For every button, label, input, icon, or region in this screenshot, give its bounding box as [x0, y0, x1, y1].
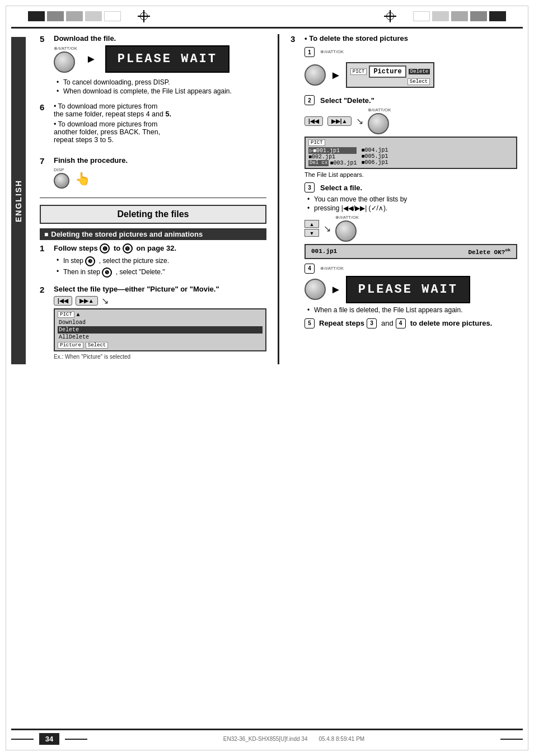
step6-b1-prefix: • To download more pictures from — [54, 102, 157, 110]
step-6-content: • To download more pictures from the sam… — [54, 102, 266, 146]
step6-bullet2: • To download more pictures from another… — [54, 120, 266, 144]
bottom-bar: 34 EN32-36_KD-SHX855[U]f.indd 34 05.4.8 … — [11, 729, 523, 745]
substep2-badge: 2 — [305, 95, 315, 105]
file-list-header: PICT — [308, 139, 513, 146]
step1-circle5: ❺ — [123, 243, 133, 253]
reg-box-r3 — [451, 11, 468, 21]
menu-pict-label: PICT — [58, 311, 74, 318]
menu-triangle: ▲ — [77, 312, 80, 318]
delete-ok-text: Delete OK?ok — [468, 247, 510, 256]
substep1-visual: ► PICT Picture Delete Select — [305, 59, 517, 91]
step2-down-arrow: ↘ — [101, 295, 109, 306]
right-step-3-content: • To delete the stored pictures 1 ⊕/I/AT… — [305, 34, 517, 333]
step7-disp-button — [54, 173, 69, 189]
substep5-title2: to delete more pictures. — [410, 319, 493, 327]
file-006: ■006.jp1 — [361, 159, 388, 166]
top-registration-bar — [11, 0, 523, 29]
sub3-circle-btn — [335, 220, 357, 242]
step1-circle5b: ❺ — [102, 267, 112, 278]
bottom-right — [500, 739, 523, 740]
reg-box-4 — [85, 11, 102, 21]
substep5-badge-4: 4 — [396, 318, 406, 328]
step7-cursor: 👆 — [75, 172, 90, 186]
left-step-1-row: 1 Follow steps ❶ to ❺ on page 32. In ste… — [40, 243, 266, 280]
bottom-reg-line-left — [11, 739, 34, 740]
substep5-and: and — [381, 319, 394, 327]
step-5-visual: ⊕/I/ATT/OK ► PLEASE WAIT — [54, 45, 266, 73]
right-step-3-label: 3 — [291, 34, 302, 44]
ok-superscript: ok — [505, 247, 510, 252]
step1-sub1-text: In step — [63, 257, 83, 265]
sub2-nav-left: |◀◀ — [305, 116, 323, 126]
substep3-header: 3 Select a file. — [305, 182, 517, 192]
substep-2: 2 Select "Delete." |◀◀ ▶▶|▲ ↘ ⊕/I/ATT/OK — [305, 95, 517, 178]
step5-bullets: To cancel downloading, press DISP. When … — [57, 78, 266, 95]
sub1-picture: Picture — [369, 65, 406, 78]
substep-4: 4 ⊕/I/ATT/OK ► PLEASE WAIT When a file i… — [305, 264, 517, 314]
substep4-bullets: When a file is deleted, the File List ap… — [307, 306, 517, 314]
left-step-2-content: Select the file type—either "Picture" or… — [54, 285, 266, 360]
step6-b1-line2: the same folder, repeat steps 4 and — [54, 110, 163, 118]
reg-block-left — [28, 11, 121, 21]
bottom-right-reg-line — [500, 739, 523, 740]
substep1-screen-row: PICT Picture Delete — [350, 65, 430, 78]
left-step-1-label: 1 — [40, 243, 51, 253]
english-tab: ENGLISH — [11, 37, 26, 364]
file-003: ■003.jp1 — [330, 160, 357, 166]
sub2-phi-label: ⊕/I/ATT/OK — [368, 107, 391, 112]
step-7-visual: DISP 👆 — [54, 167, 266, 190]
step-6-label: 6 — [40, 102, 51, 112]
up-btn: ▲ — [305, 220, 319, 228]
menu-item-download: Download — [58, 319, 263, 326]
step6-b2-prefix: • To download more pictures from — [54, 120, 157, 128]
menu-item-delete: Delete — [58, 326, 263, 334]
substep2-title: Select "Delete." — [320, 96, 374, 105]
substep3-badge: 3 — [305, 182, 315, 192]
crosshair-left — [138, 10, 150, 22]
step1-title-text: Follow steps — [54, 244, 98, 252]
step-7-row: 7 Finish the procedure. DISP 👆 — [40, 156, 266, 193]
sub4-arrow: ► — [330, 283, 341, 296]
substep3-bullet2: pressing |◀◀/▶▶| (✓/∧). — [307, 204, 517, 212]
subsection-title: Deleting the stored pictures and animati… — [40, 228, 266, 240]
step5-bullet-2: When download is complete, the File List… — [57, 87, 266, 95]
step-5-row: 5 Download the file. ⊕/I/ATT/OK ► PLEASE… — [40, 34, 266, 98]
substep5-title: Repeat steps — [319, 319, 364, 327]
sub1-select-label: Select — [407, 78, 430, 85]
delete-ok-screen: 001.jp1 Delete OK?ok — [305, 244, 517, 259]
reg-box-r5 — [489, 11, 506, 21]
sub1-select-row: Select — [350, 78, 430, 84]
step1-sub2b-text: , select "Delete." — [116, 268, 165, 276]
substep5-content: 5 Repeat steps 3 and 4 to delete more pi… — [305, 318, 517, 328]
step-5-label: 5 — [40, 34, 51, 44]
substep2-nav-row: |◀◀ ▶▶|▲ ↘ ⊕/I/ATT/OK — [305, 107, 517, 134]
delete-filename: 001.jp1 — [311, 248, 337, 255]
page-number: 34 — [39, 733, 59, 745]
right-column: 3 • To delete the stored pictures 1 ⊕/I/… — [278, 34, 517, 364]
substep-3: 3 Select a file. You can move the other … — [305, 182, 517, 259]
substep1-badge: 1 — [305, 47, 315, 57]
left-step-1-content: Follow steps ❶ to ❺ on page 32. In step … — [54, 243, 266, 280]
menu-bottom-row: Picture Select — [58, 342, 263, 349]
reg-box-2 — [47, 11, 64, 21]
substep2-note: The File List appears. — [305, 171, 517, 178]
nav-btn-left: |◀◀ — [54, 296, 72, 306]
step-7-content: Finish the procedure. DISP 👆 — [54, 156, 266, 193]
step1-sub1b-text: , select the picture size. — [99, 257, 169, 265]
right-step-3-row: 3 • To delete the stored pictures 1 ⊕/I/… — [291, 34, 517, 333]
sub4-circle-btn — [305, 279, 326, 300]
step2-nav-buttons: |◀◀ ▶▶▲ ↘ — [54, 295, 266, 306]
substep3-bullets: You can move the other lists by pressing… — [307, 195, 517, 212]
step1-circle1: ❶ — [100, 243, 110, 253]
substep3-visual: ▲ ▼ ↘ ⊕/I/ATT/OK — [305, 215, 517, 242]
menu-header: PICT ▲ — [58, 311, 263, 318]
sub4-please-wait: PLEASE WAIT — [346, 276, 470, 303]
bottom-left: 34 — [11, 733, 87, 745]
step1-sub2: Then in step ❺ , select "Delete." — [57, 267, 266, 278]
substep-5: 5 Repeat steps 3 and 4 to delete more pi… — [305, 318, 517, 328]
file-004: ■004.jp1 — [361, 147, 388, 153]
reg-box-r4 — [470, 11, 487, 21]
crosshair-right — [384, 10, 396, 22]
substep1-header: 1 ⊕/I/ATT/OK — [305, 47, 517, 57]
file-002: ■002.jp1 — [308, 154, 357, 160]
